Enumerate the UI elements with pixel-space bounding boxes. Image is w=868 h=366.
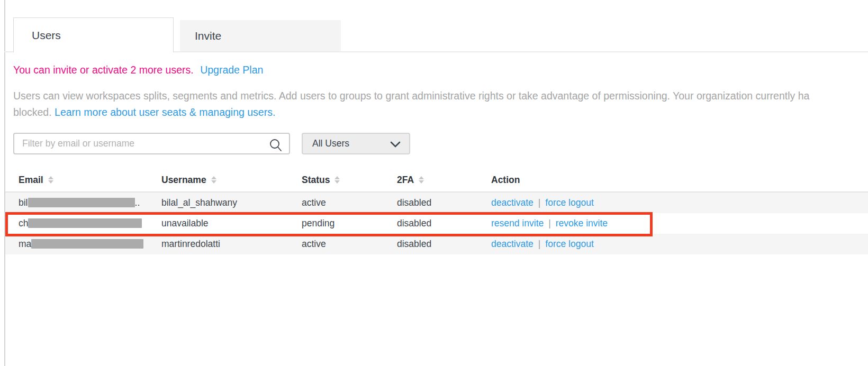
- column-header-action: Action: [491, 175, 868, 186]
- force-logout-link[interactable]: force logout: [545, 197, 593, 208]
- resend-invite-link[interactable]: resend invite: [491, 218, 544, 228]
- tab-users[interactable]: Users: [13, 17, 174, 52]
- users-table-header: Email Username Status 2FA Action: [5, 168, 868, 193]
- filter-input[interactable]: [14, 134, 289, 153]
- tab-invite-label: Invite: [195, 30, 221, 42]
- seat-limit-message: You can invite or activate 2 more users.: [13, 64, 194, 76]
- redaction-bar: [31, 239, 143, 249]
- status-cell: pending: [302, 218, 397, 229]
- table-row: ch unavailable pending disabled resend i…: [5, 213, 868, 234]
- table-row: ma martinredolatti active disabled deact…: [5, 234, 868, 254]
- table-row: bil.. bilal_al_shahwany active disabled …: [5, 193, 868, 213]
- email-cell: bil..: [19, 197, 161, 208]
- user-filter-dropdown[interactable]: All Users: [302, 133, 410, 154]
- status-cell: active: [302, 239, 397, 250]
- users-description: Users can view workspaces splits, segmen…: [13, 88, 866, 121]
- column-header-email[interactable]: Email: [19, 175, 161, 186]
- actions-cell: deactivate|force logout: [491, 239, 868, 250]
- description-line2-prefix: blocked.: [13, 106, 55, 118]
- column-header-username[interactable]: Username: [161, 175, 302, 186]
- user-filter-dropdown-value: All Users: [312, 138, 349, 149]
- user-admin-page: Users Invite You can invite or activate …: [0, 0, 868, 366]
- redaction-bar: [28, 218, 142, 228]
- actions-cell: deactivate|force logout: [491, 197, 868, 208]
- actions-cell: resend invite|revoke invite: [491, 218, 868, 229]
- seat-limit-notice: You can invite or activate 2 more users.…: [13, 64, 263, 76]
- deactivate-link[interactable]: deactivate: [491, 197, 534, 208]
- username-cell: unavailable: [161, 218, 302, 229]
- force-logout-link[interactable]: force logout: [545, 239, 593, 249]
- tab-users-label: Users: [32, 29, 61, 42]
- column-header-2fa[interactable]: 2FA: [397, 175, 491, 186]
- search-icon[interactable]: [269, 138, 283, 152]
- revoke-invite-link[interactable]: revoke invite: [556, 218, 608, 228]
- username-cell: bilal_al_shahwany: [161, 197, 302, 208]
- filter-input-container: [13, 133, 290, 154]
- status-cell: active: [302, 197, 397, 208]
- column-header-status[interactable]: Status: [302, 175, 397, 186]
- users-table: Email Username Status 2FA Action bil..: [5, 168, 868, 254]
- email-cell: ch: [19, 218, 161, 229]
- chevron-down-icon: [390, 141, 401, 148]
- sort-arrows-icon[interactable]: [334, 176, 340, 184]
- redaction-bar: [28, 198, 135, 207]
- 2fa-cell: disabled: [397, 218, 491, 229]
- sort-arrows-icon[interactable]: [48, 176, 53, 184]
- learn-more-link[interactable]: Learn more about user seats & managing u…: [55, 106, 275, 118]
- 2fa-cell: disabled: [397, 197, 491, 208]
- sort-arrows-icon[interactable]: [419, 176, 424, 184]
- description-line1: Users can view workspaces splits, segmen…: [13, 88, 866, 104]
- deactivate-link[interactable]: deactivate: [491, 239, 534, 249]
- username-cell: martinredolatti: [161, 239, 302, 250]
- upgrade-plan-link[interactable]: Upgrade Plan: [200, 64, 263, 76]
- tab-invite[interactable]: Invite: [180, 20, 341, 51]
- sort-arrows-icon[interactable]: [211, 176, 216, 184]
- description-line2: blocked. Learn more about user seats & m…: [13, 104, 866, 121]
- 2fa-cell: disabled: [397, 239, 491, 250]
- email-cell: ma: [19, 239, 161, 250]
